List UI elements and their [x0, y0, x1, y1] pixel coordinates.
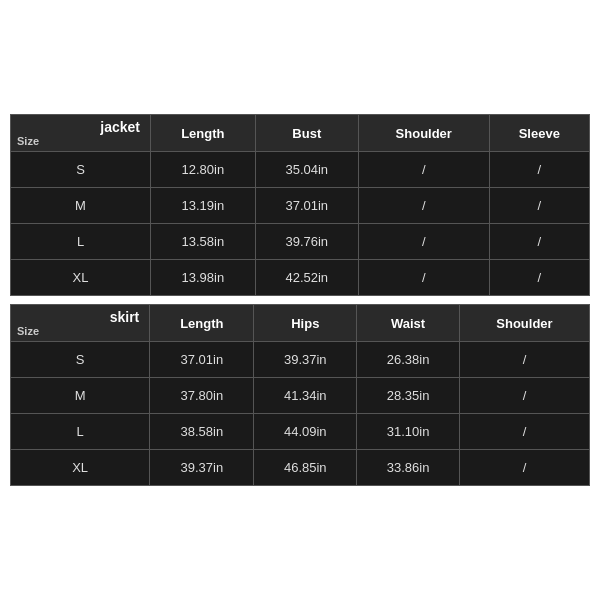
- skirt-header-shoulder: Shoulder: [459, 305, 589, 342]
- table-row: XL 39.37in 46.85in 33.86in /: [11, 450, 590, 486]
- jacket-section-label: jacket Size: [11, 115, 151, 152]
- size-cell: S: [11, 152, 151, 188]
- shoulder-cell: /: [358, 152, 489, 188]
- jacket-header-length: Length: [150, 115, 255, 152]
- length-cell: 13.19in: [150, 188, 255, 224]
- sleeve-cell: /: [489, 260, 589, 296]
- jacket-header-bust: Bust: [255, 115, 358, 152]
- size-cell: M: [11, 188, 151, 224]
- shoulder-cell: /: [358, 224, 489, 260]
- size-chart: jacket Size Length Bust Shoulder Sleeve …: [10, 114, 590, 486]
- sleeve-cell: /: [489, 224, 589, 260]
- hips-cell: 41.34in: [254, 378, 357, 414]
- size-cell: L: [11, 414, 150, 450]
- table-row: M 37.80in 41.34in 28.35in /: [11, 378, 590, 414]
- length-cell: 37.80in: [150, 378, 254, 414]
- jacket-header-sleeve: Sleeve: [489, 115, 589, 152]
- table-row: S 37.01in 39.37in 26.38in /: [11, 342, 590, 378]
- skirt-section-label: skirt Size: [11, 305, 150, 342]
- size-cell: M: [11, 378, 150, 414]
- size-cell: XL: [11, 450, 150, 486]
- hips-cell: 44.09in: [254, 414, 357, 450]
- shoulder-cell: /: [459, 342, 589, 378]
- skirt-header-length: Length: [150, 305, 254, 342]
- jacket-table: jacket Size Length Bust Shoulder Sleeve …: [10, 114, 590, 296]
- waist-cell: 33.86in: [357, 450, 460, 486]
- bust-cell: 35.04in: [255, 152, 358, 188]
- shoulder-cell: /: [358, 188, 489, 224]
- waist-cell: 31.10in: [357, 414, 460, 450]
- sleeve-cell: /: [489, 188, 589, 224]
- size-cell: S: [11, 342, 150, 378]
- bust-cell: 37.01in: [255, 188, 358, 224]
- skirt-table: skirt Size Length Hips Waist Shoulder S …: [10, 304, 590, 486]
- hips-cell: 46.85in: [254, 450, 357, 486]
- table-row: M 13.19in 37.01in / /: [11, 188, 590, 224]
- table-row: L 38.58in 44.09in 31.10in /: [11, 414, 590, 450]
- shoulder-cell: /: [358, 260, 489, 296]
- length-cell: 13.98in: [150, 260, 255, 296]
- size-cell: L: [11, 224, 151, 260]
- skirt-header-waist: Waist: [357, 305, 460, 342]
- bust-cell: 39.76in: [255, 224, 358, 260]
- table-row: XL 13.98in 42.52in / /: [11, 260, 590, 296]
- length-cell: 39.37in: [150, 450, 254, 486]
- skirt-header-hips: Hips: [254, 305, 357, 342]
- sleeve-cell: /: [489, 152, 589, 188]
- shoulder-cell: /: [459, 414, 589, 450]
- length-cell: 12.80in: [150, 152, 255, 188]
- waist-cell: 26.38in: [357, 342, 460, 378]
- length-cell: 38.58in: [150, 414, 254, 450]
- shoulder-cell: /: [459, 378, 589, 414]
- length-cell: 37.01in: [150, 342, 254, 378]
- hips-cell: 39.37in: [254, 342, 357, 378]
- length-cell: 13.58in: [150, 224, 255, 260]
- shoulder-cell: /: [459, 450, 589, 486]
- table-row: S 12.80in 35.04in / /: [11, 152, 590, 188]
- bust-cell: 42.52in: [255, 260, 358, 296]
- table-row: L 13.58in 39.76in / /: [11, 224, 590, 260]
- waist-cell: 28.35in: [357, 378, 460, 414]
- size-cell: XL: [11, 260, 151, 296]
- jacket-header-shoulder: Shoulder: [358, 115, 489, 152]
